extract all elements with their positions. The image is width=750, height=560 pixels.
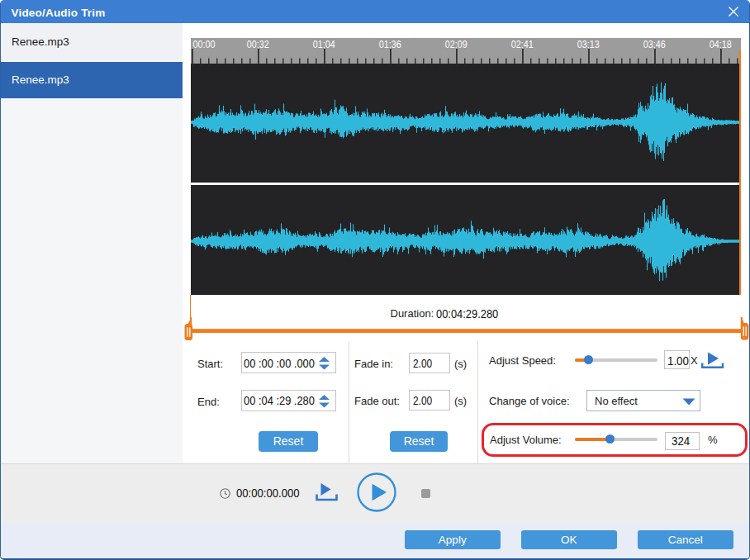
svg-text:03:13: 03:13 [577,39,599,50]
svg-text:04:18: 04:18 [709,39,731,50]
svg-text:00:32: 00:32 [246,39,268,50]
svg-text:02:41: 02:41 [510,39,533,50]
svg-text:03:46: 03:46 [643,39,665,50]
svg-text:00:00: 00:00 [192,39,215,50]
svg-text:01:04: 01:04 [312,39,335,50]
svg-text:01:36: 01:36 [378,39,401,50]
svg-text:02:09: 02:09 [444,39,467,50]
